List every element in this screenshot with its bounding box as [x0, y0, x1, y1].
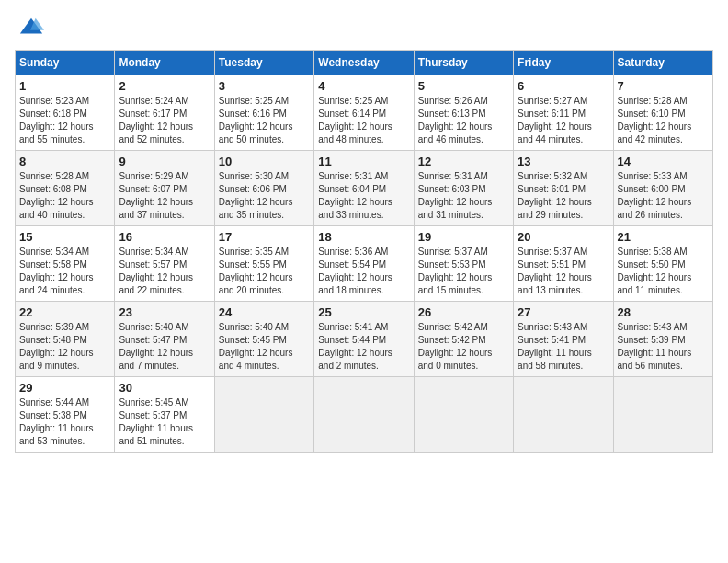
day-number: 18	[318, 230, 409, 244]
logo-text	[15, 15, 44, 40]
day-info: Sunrise: 5:44 AMSunset: 5:38 PMDaylight:…	[19, 397, 94, 446]
calendar-cell: 7Sunrise: 5:28 AMSunset: 6:10 PMDaylight…	[613, 75, 712, 151]
day-info: Sunrise: 5:45 AMSunset: 5:37 PMDaylight:…	[119, 397, 193, 446]
calendar-cell	[414, 377, 513, 453]
day-info: Sunrise: 5:40 AMSunset: 5:47 PMDaylight:…	[119, 322, 193, 371]
day-info: Sunrise: 5:24 AMSunset: 6:17 PMDaylight:…	[119, 96, 193, 144]
logo	[15, 15, 44, 40]
calendar-week-3: 15Sunrise: 5:34 AMSunset: 5:58 PMDayligh…	[16, 226, 713, 302]
calendar-cell: 11Sunrise: 5:31 AMSunset: 6:04 PMDayligh…	[314, 151, 414, 226]
day-info: Sunrise: 5:26 AMSunset: 6:13 PMDaylight:…	[418, 96, 493, 144]
day-info: Sunrise: 5:32 AMSunset: 6:01 PMDaylight:…	[518, 171, 592, 220]
day-info: Sunrise: 5:34 AMSunset: 5:57 PMDaylight:…	[119, 247, 193, 295]
day-number: 8	[19, 155, 110, 168]
day-number: 11	[318, 155, 409, 168]
day-number: 10	[219, 155, 310, 168]
day-info: Sunrise: 5:43 AMSunset: 5:41 PMDaylight:…	[518, 322, 592, 371]
day-number: 15	[19, 230, 110, 244]
calendar-cell: 9Sunrise: 5:29 AMSunset: 6:07 PMDaylight…	[115, 151, 214, 226]
day-number: 22	[19, 305, 110, 319]
day-info: Sunrise: 5:35 AMSunset: 5:55 PMDaylight:…	[219, 247, 293, 295]
day-number: 1	[19, 79, 110, 93]
day-info: Sunrise: 5:34 AMSunset: 5:58 PMDaylight:…	[19, 247, 94, 295]
day-info: Sunrise: 5:41 AMSunset: 5:44 PMDaylight:…	[318, 322, 392, 371]
day-number: 20	[518, 230, 609, 244]
logo-icon	[18, 15, 44, 40]
day-info: Sunrise: 5:23 AMSunset: 6:18 PMDaylight:…	[19, 96, 94, 144]
header-saturday: Saturday	[613, 51, 712, 75]
day-number: 13	[518, 155, 609, 168]
day-number: 12	[418, 155, 509, 168]
calendar-cell: 24Sunrise: 5:40 AMSunset: 5:45 PMDayligh…	[214, 302, 313, 377]
calendar-cell: 3Sunrise: 5:25 AMSunset: 6:16 PMDaylight…	[214, 75, 313, 151]
calendar-cell: 16Sunrise: 5:34 AMSunset: 5:57 PMDayligh…	[115, 226, 214, 302]
header-monday: Monday	[115, 51, 214, 75]
day-number: 9	[119, 155, 210, 168]
day-info: Sunrise: 5:31 AMSunset: 6:04 PMDaylight:…	[318, 171, 392, 220]
day-number: 21	[618, 230, 709, 244]
calendar-cell: 2Sunrise: 5:24 AMSunset: 6:17 PMDaylight…	[115, 75, 214, 151]
day-number: 30	[119, 381, 210, 395]
calendar-cell	[613, 377, 712, 453]
day-number: 16	[119, 230, 210, 244]
day-info: Sunrise: 5:29 AMSunset: 6:07 PMDaylight:…	[119, 171, 193, 220]
calendar-cell: 8Sunrise: 5:28 AMSunset: 6:08 PMDaylight…	[16, 151, 115, 226]
day-number: 27	[518, 305, 609, 319]
day-number: 29	[19, 381, 110, 395]
calendar-week-1: 1Sunrise: 5:23 AMSunset: 6:18 PMDaylight…	[16, 75, 713, 151]
day-number: 24	[219, 305, 310, 319]
day-number: 4	[318, 79, 409, 93]
calendar-cell: 6Sunrise: 5:27 AMSunset: 6:11 PMDaylight…	[514, 75, 613, 151]
day-info: Sunrise: 5:30 AMSunset: 6:06 PMDaylight:…	[219, 171, 293, 220]
day-number: 2	[119, 79, 210, 93]
day-number: 17	[219, 230, 310, 244]
day-number: 14	[618, 155, 709, 168]
header-wednesday: Wednesday	[314, 51, 414, 75]
calendar-cell: 25Sunrise: 5:41 AMSunset: 5:44 PMDayligh…	[314, 302, 414, 377]
day-number: 28	[618, 305, 709, 319]
header-friday: Friday	[514, 51, 613, 75]
day-info: Sunrise: 5:42 AMSunset: 5:42 PMDaylight:…	[418, 322, 493, 371]
calendar-cell: 28Sunrise: 5:43 AMSunset: 5:39 PMDayligh…	[613, 302, 712, 377]
calendar-cell: 29Sunrise: 5:44 AMSunset: 5:38 PMDayligh…	[16, 377, 115, 453]
calendar-cell	[514, 377, 613, 453]
day-info: Sunrise: 5:43 AMSunset: 5:39 PMDaylight:…	[618, 322, 692, 371]
calendar-week-5: 29Sunrise: 5:44 AMSunset: 5:38 PMDayligh…	[16, 377, 713, 453]
calendar-cell	[314, 377, 414, 453]
day-number: 7	[618, 79, 709, 93]
calendar-cell: 22Sunrise: 5:39 AMSunset: 5:48 PMDayligh…	[16, 302, 115, 377]
calendar-cell: 15Sunrise: 5:34 AMSunset: 5:58 PMDayligh…	[16, 226, 115, 302]
day-number: 25	[318, 305, 409, 319]
day-info: Sunrise: 5:39 AMSunset: 5:48 PMDaylight:…	[19, 322, 94, 371]
calendar-cell: 30Sunrise: 5:45 AMSunset: 5:37 PMDayligh…	[115, 377, 214, 453]
header-sunday: Sunday	[16, 51, 115, 75]
calendar-cell	[214, 377, 313, 453]
day-number: 26	[418, 305, 509, 319]
calendar-cell: 19Sunrise: 5:37 AMSunset: 5:53 PMDayligh…	[414, 226, 513, 302]
calendar-cell: 27Sunrise: 5:43 AMSunset: 5:41 PMDayligh…	[514, 302, 613, 377]
calendar-week-4: 22Sunrise: 5:39 AMSunset: 5:48 PMDayligh…	[16, 302, 713, 377]
header-tuesday: Tuesday	[214, 51, 313, 75]
calendar-cell: 26Sunrise: 5:42 AMSunset: 5:42 PMDayligh…	[414, 302, 513, 377]
day-info: Sunrise: 5:27 AMSunset: 6:11 PMDaylight:…	[518, 96, 592, 144]
calendar-cell: 5Sunrise: 5:26 AMSunset: 6:13 PMDaylight…	[414, 75, 513, 151]
calendar-header-row: SundayMondayTuesdayWednesdayThursdayFrid…	[16, 51, 713, 75]
calendar-week-2: 8Sunrise: 5:28 AMSunset: 6:08 PMDaylight…	[16, 151, 713, 226]
calendar-cell: 21Sunrise: 5:38 AMSunset: 5:50 PMDayligh…	[613, 226, 712, 302]
day-number: 23	[119, 305, 210, 319]
day-info: Sunrise: 5:31 AMSunset: 6:03 PMDaylight:…	[418, 171, 493, 220]
calendar-cell: 18Sunrise: 5:36 AMSunset: 5:54 PMDayligh…	[314, 226, 414, 302]
day-info: Sunrise: 5:37 AMSunset: 5:51 PMDaylight:…	[518, 247, 592, 295]
page-header	[15, 15, 713, 40]
day-info: Sunrise: 5:36 AMSunset: 5:54 PMDaylight:…	[318, 247, 392, 295]
day-number: 19	[418, 230, 509, 244]
calendar-cell: 1Sunrise: 5:23 AMSunset: 6:18 PMDaylight…	[16, 75, 115, 151]
day-info: Sunrise: 5:28 AMSunset: 6:10 PMDaylight:…	[618, 96, 692, 144]
calendar-cell: 12Sunrise: 5:31 AMSunset: 6:03 PMDayligh…	[414, 151, 513, 226]
calendar-table: SundayMondayTuesdayWednesdayThursdayFrid…	[15, 50, 713, 453]
day-info: Sunrise: 5:25 AMSunset: 6:14 PMDaylight:…	[318, 96, 392, 144]
day-info: Sunrise: 5:25 AMSunset: 6:16 PMDaylight:…	[219, 96, 293, 144]
calendar-cell: 4Sunrise: 5:25 AMSunset: 6:14 PMDaylight…	[314, 75, 414, 151]
day-info: Sunrise: 5:33 AMSunset: 6:00 PMDaylight:…	[618, 171, 692, 220]
header-thursday: Thursday	[414, 51, 513, 75]
